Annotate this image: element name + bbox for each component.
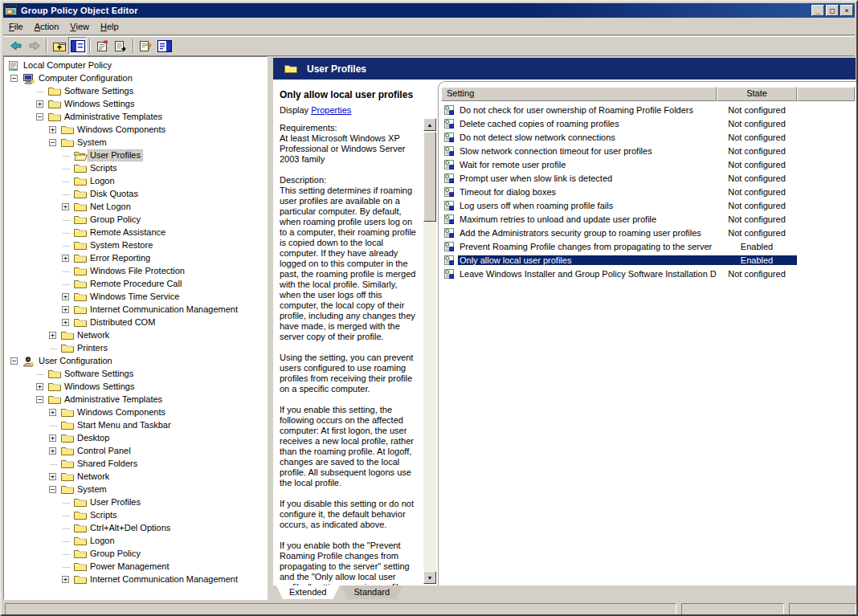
collapse-icon[interactable]: − xyxy=(49,486,56,493)
expand-icon[interactable]: + xyxy=(62,203,69,210)
tree-item-logon[interactable]: Logon xyxy=(4,175,267,188)
tree-item-error-reporting[interactable]: +Error Reporting xyxy=(4,252,267,265)
tree-item-group-policy[interactable]: Group Policy xyxy=(4,548,267,561)
properties-link[interactable]: Properties xyxy=(311,105,351,115)
tab-extended[interactable]: Extended xyxy=(276,585,339,599)
tree-item-user-profiles[interactable]: User Profiles xyxy=(4,149,267,162)
tree-item-system[interactable]: −System xyxy=(4,483,267,496)
folder-icon xyxy=(61,446,74,457)
titlebar[interactable]: Group Policy Object Editor _□× xyxy=(3,3,855,18)
tree-item-software-settings[interactable]: Software Settings xyxy=(4,368,267,381)
tree-item-logon[interactable]: Logon xyxy=(4,535,267,548)
setting-row[interactable]: Slow network connection timeout for user… xyxy=(441,144,855,157)
tree-item-windows-components[interactable]: +Windows Components xyxy=(4,124,267,137)
expand-icon[interactable]: + xyxy=(62,306,69,313)
column-header-state[interactable]: State xyxy=(717,87,797,101)
setting-row[interactable]: Do not detect slow network connectionsNo… xyxy=(441,130,855,144)
tree-item-remote-assistance[interactable]: Remote Assistance xyxy=(4,226,267,239)
scrollbar-thumb[interactable] xyxy=(423,132,436,222)
help-button[interactable]: ? xyxy=(137,37,155,55)
up-one-level-button[interactable] xyxy=(50,37,68,55)
tree-item-system[interactable]: −System xyxy=(4,137,267,149)
expand-icon[interactable]: + xyxy=(62,255,69,262)
menu-file[interactable]: File xyxy=(3,19,29,34)
maximize-button[interactable]: □ xyxy=(826,5,839,16)
tree-item-system-restore[interactable]: System Restore xyxy=(4,239,267,252)
close-button[interactable]: × xyxy=(840,5,853,16)
expand-icon[interactable]: + xyxy=(49,126,56,133)
tree-item-software-settings[interactable]: Software Settings xyxy=(4,85,267,98)
tree-item-printers[interactable]: Printers xyxy=(4,342,267,355)
expand-icon[interactable]: + xyxy=(49,409,56,416)
setting-row[interactable]: Add the Administrators security group to… xyxy=(441,226,855,239)
setting-row[interactable]: Prevent Roaming Profile changes from pro… xyxy=(441,239,855,253)
tree-item-scripts[interactable]: Scripts xyxy=(4,509,267,522)
tree-item-administrative-templates[interactable]: −Administrative Templates xyxy=(4,111,267,124)
expand-icon[interactable]: + xyxy=(49,332,56,339)
collapse-icon[interactable]: − xyxy=(36,113,43,120)
menu-action[interactable]: Action xyxy=(29,19,65,34)
setting-row[interactable]: Log users off when roaming profile fails… xyxy=(441,198,855,212)
description-scrollbar[interactable]: ▲ ▼ xyxy=(423,118,436,584)
setting-row[interactable]: Do not check for user ownership of Roami… xyxy=(441,103,855,116)
setting-row[interactable]: Only allow local user profilesEnabled xyxy=(441,253,855,267)
export-list-button[interactable] xyxy=(112,37,130,55)
tree-item-windows-components[interactable]: +Windows Components xyxy=(4,406,267,419)
tree-item-windows-file-protection[interactable]: Windows File Protection xyxy=(4,265,267,278)
tree-item-power-management[interactable]: Power Management xyxy=(4,561,267,573)
tree-item-windows-settings[interactable]: +Windows Settings xyxy=(4,98,267,111)
collapse-icon[interactable]: − xyxy=(49,139,56,146)
tree-item-network[interactable]: +Network xyxy=(4,329,267,342)
tree-item-shared-folders[interactable]: Shared Folders xyxy=(4,458,267,471)
minimize-button[interactable]: _ xyxy=(811,5,824,16)
tree-item-network[interactable]: +Network xyxy=(4,471,267,483)
expand-icon[interactable]: + xyxy=(36,100,43,108)
tree-item-group-policy[interactable]: Group Policy xyxy=(4,214,267,226)
tree-item-control-panel[interactable]: +Control Panel xyxy=(4,445,267,458)
setting-row[interactable]: Prompt user when slow link is detectedNo… xyxy=(441,171,855,185)
expand-icon[interactable]: + xyxy=(49,447,56,455)
forward-button[interactable] xyxy=(25,37,43,55)
tree-item-remote-procedure-call[interactable]: Remote Procedure Call xyxy=(4,278,267,291)
tree-item-windows-settings[interactable]: +Windows Settings xyxy=(4,381,267,394)
scroll-up-button[interactable]: ▲ xyxy=(423,118,436,131)
collapse-icon[interactable]: − xyxy=(10,75,18,82)
tree-item-internet-communication-management[interactable]: +Internet Communication Management xyxy=(4,304,267,316)
tree-item-local-computer-policy[interactable]: Local Computer Policy xyxy=(4,59,267,72)
expand-icon[interactable]: + xyxy=(36,383,43,390)
expand-icon[interactable]: + xyxy=(62,293,69,300)
tree-item-user-profiles[interactable]: User Profiles xyxy=(4,496,267,509)
menu-view[interactable]: View xyxy=(64,19,95,34)
collapse-icon[interactable]: − xyxy=(36,396,43,403)
expand-icon[interactable]: + xyxy=(49,434,56,442)
collapse-icon[interactable]: − xyxy=(10,357,18,365)
setting-row[interactable]: Wait for remote user profileNot configur… xyxy=(441,157,855,171)
expand-icon[interactable]: + xyxy=(62,576,69,583)
show-hide-console-tree-button[interactable] xyxy=(68,37,87,55)
expand-icon[interactable]: + xyxy=(49,473,56,480)
tree-item-scripts[interactable]: Scripts xyxy=(4,162,267,175)
menu-help[interactable]: Help xyxy=(95,19,125,34)
tree-item-windows-time-service[interactable]: +Windows Time Service xyxy=(4,291,267,304)
setting-row[interactable]: Delete cached copies of roaming profiles… xyxy=(441,116,855,130)
tree-item-disk-quotas[interactable]: Disk Quotas xyxy=(4,188,267,201)
setting-row[interactable]: Leave Windows Installer and Group Policy… xyxy=(441,267,855,280)
tree-item-administrative-templates[interactable]: −Administrative Templates xyxy=(4,394,267,406)
tree-item-ctrl-alt-del-options[interactable]: Ctrl+Alt+Del Options xyxy=(4,522,267,535)
column-header-setting[interactable]: Setting xyxy=(441,87,717,101)
tree-item-start-menu-and-taskbar[interactable]: Start Menu and Taskbar xyxy=(4,419,267,432)
properties-button[interactable] xyxy=(93,37,112,55)
tree-item-internet-communication-management[interactable]: +Internet Communication Management xyxy=(4,573,267,586)
setting-row[interactable]: Timeout for dialog boxesNot configured xyxy=(441,185,855,198)
setting-row[interactable]: Maximum retries to unload and update use… xyxy=(441,212,855,226)
tree-item-net-logon[interactable]: +Net Logon xyxy=(4,201,267,214)
tab-standard[interactable]: Standard xyxy=(341,585,402,599)
tree-item-computer-configuration[interactable]: −Computer Configuration xyxy=(4,72,267,85)
show-in-new-window-button[interactable] xyxy=(155,37,174,55)
scroll-down-button[interactable]: ▼ xyxy=(423,571,436,584)
tree-item-user-configuration[interactable]: −User Configuration xyxy=(4,355,267,368)
back-button[interactable] xyxy=(6,37,25,55)
expand-icon[interactable]: + xyxy=(62,319,69,326)
tree-item-distributed-com[interactable]: +Distributed COM xyxy=(4,316,267,329)
tree-item-desktop[interactable]: +Desktop xyxy=(4,432,267,445)
